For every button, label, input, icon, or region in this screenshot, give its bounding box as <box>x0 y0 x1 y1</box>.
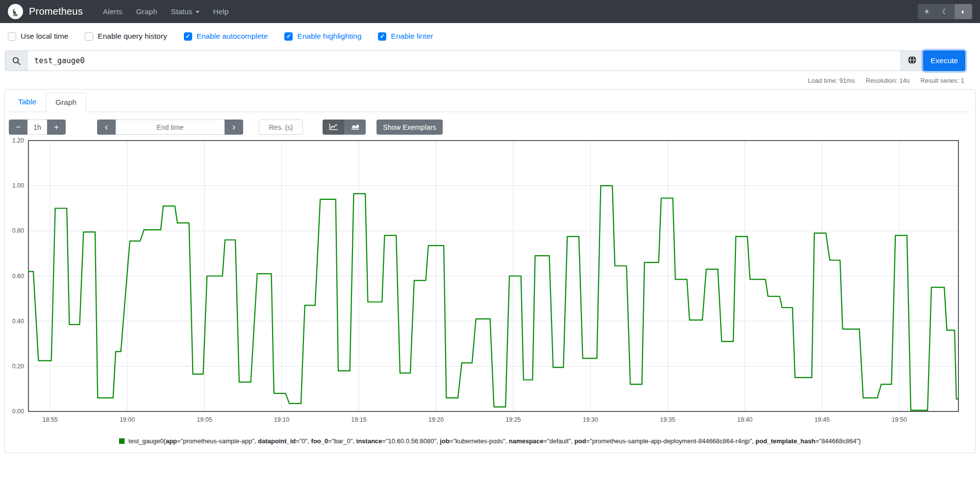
checkbox-icon[interactable]: ✓ <box>8 32 16 41</box>
range-decrease-button[interactable]: − <box>9 120 27 135</box>
checkbox-enable-query-history[interactable]: ✓ Enable query history <box>85 32 167 41</box>
search-icon <box>5 50 27 71</box>
theme-auto-button[interactable]: ◐ <box>954 4 972 19</box>
chart-type-toggle <box>323 120 366 135</box>
stacked-chart-button[interactable] <box>344 120 366 135</box>
result-series: Result series: 1 <box>920 77 964 84</box>
load-time: Load time: 91ms <box>808 77 855 84</box>
resolution-input[interactable] <box>259 120 303 135</box>
tab-bar: Table Graph <box>9 93 971 112</box>
checkbox-icon[interactable]: ✓ <box>378 32 386 41</box>
graph-area: 0.000.200.400.600.801.001.2018:5519:0019… <box>9 137 971 445</box>
tab-table[interactable]: Table <box>9 93 46 112</box>
legend: test_gauge0{app="prometheus-sample-app",… <box>9 437 971 445</box>
line-chart-icon <box>329 123 338 132</box>
svg-text:19:35: 19:35 <box>660 416 675 423</box>
half-circle-icon: ◐ <box>961 7 965 16</box>
minus-icon: − <box>16 122 21 132</box>
svg-text:19:15: 19:15 <box>351 416 366 423</box>
checkbox-use-local-time[interactable]: ✓ Use local time <box>8 32 68 41</box>
time-back-button[interactable]: ‹ <box>97 120 116 135</box>
svg-text:19:30: 19:30 <box>583 416 598 423</box>
theme-light-button[interactable]: ☀ <box>918 4 936 19</box>
series-color-swatch <box>119 438 125 444</box>
tab-graph[interactable]: Graph <box>46 93 86 112</box>
svg-text:19:25: 19:25 <box>505 416 521 423</box>
prometheus-logo-icon <box>8 4 23 19</box>
navbar: Prometheus Alerts Graph Status Help ☀ ☾ … <box>0 0 980 23</box>
execute-button[interactable]: Execute <box>923 50 965 71</box>
nav-item-status[interactable]: Status <box>165 3 206 20</box>
resolution: Resolution: 14s <box>866 77 910 84</box>
svg-text:18:55: 18:55 <box>42 416 57 423</box>
options-row: ✓ Use local time ✓ Enable query history … <box>0 23 980 48</box>
theme-dark-button[interactable]: ☾ <box>936 4 954 19</box>
query-stats: Load time: 91ms Resolution: 14s Result s… <box>0 77 964 84</box>
sun-icon: ☀ <box>924 7 930 16</box>
chevron-right-icon: › <box>232 121 235 132</box>
moon-icon: ☾ <box>942 7 948 16</box>
chevron-down-icon <box>196 11 200 13</box>
legend-label[interactable]: test_gauge0{app="prometheus-sample-app",… <box>128 437 861 445</box>
checkbox-icon[interactable]: ✓ <box>85 32 93 41</box>
chevron-left-icon: ‹ <box>105 121 108 132</box>
plus-icon: + <box>54 122 59 132</box>
svg-text:0.40: 0.40 <box>12 318 24 325</box>
svg-text:1.20: 1.20 <box>12 137 24 144</box>
end-time-group: ‹ › <box>97 120 243 135</box>
svg-text:19:40: 19:40 <box>737 416 753 423</box>
svg-text:19:00: 19:00 <box>120 416 135 423</box>
graph-controls: − + ‹ › <box>9 120 971 135</box>
checkbox-icon[interactable]: ✓ <box>184 32 192 41</box>
nav-item-graph[interactable]: Graph <box>129 3 163 20</box>
svg-text:0.00: 0.00 <box>12 408 24 415</box>
nav-item-alerts[interactable]: Alerts <box>97 3 129 20</box>
brand[interactable]: Prometheus <box>8 4 83 19</box>
stacked-chart-icon <box>351 123 360 132</box>
range-group: − + <box>9 120 66 135</box>
svg-text:19:45: 19:45 <box>814 416 829 423</box>
svg-text:0.60: 0.60 <box>12 273 24 280</box>
panel-card: Table Graph − + ‹ › <box>4 89 976 453</box>
svg-text:19:50: 19:50 <box>892 416 907 423</box>
nav-links: Alerts Graph Status Help <box>97 3 235 20</box>
range-input[interactable] <box>27 120 47 135</box>
svg-text:0.80: 0.80 <box>12 227 24 234</box>
range-increase-button[interactable]: + <box>47 120 66 135</box>
checkbox-enable-autocomplete[interactable]: ✓ Enable autocomplete <box>184 32 268 41</box>
query-input[interactable] <box>27 50 901 71</box>
svg-text:19:10: 19:10 <box>274 416 289 423</box>
svg-text:0.20: 0.20 <box>12 363 24 370</box>
time-forward-button[interactable]: › <box>225 120 243 135</box>
checkbox-enable-linter[interactable]: ✓ Enable linter <box>378 32 433 41</box>
nav-item-help[interactable]: Help <box>207 3 235 20</box>
metrics-explorer-button[interactable] <box>901 50 923 71</box>
time-series-chart[interactable]: 0.000.200.400.600.801.001.2018:5519:0019… <box>9 137 971 428</box>
theme-toggle-group: ☀ ☾ ◐ <box>918 4 972 19</box>
svg-text:1.00: 1.00 <box>12 182 24 189</box>
svg-text:19:05: 19:05 <box>197 416 212 423</box>
globe-icon <box>907 55 917 67</box>
checkbox-icon[interactable]: ✓ <box>284 32 293 41</box>
end-time-input[interactable] <box>116 120 225 135</box>
brand-name: Prometheus <box>29 6 83 17</box>
query-bar: Execute <box>5 50 965 71</box>
svg-text:19:20: 19:20 <box>428 416 444 423</box>
checkbox-enable-highlighting[interactable]: ✓ Enable highlighting <box>284 32 361 41</box>
show-exemplars-button[interactable]: Show Exemplars <box>377 120 443 135</box>
line-chart-button[interactable] <box>323 120 344 135</box>
